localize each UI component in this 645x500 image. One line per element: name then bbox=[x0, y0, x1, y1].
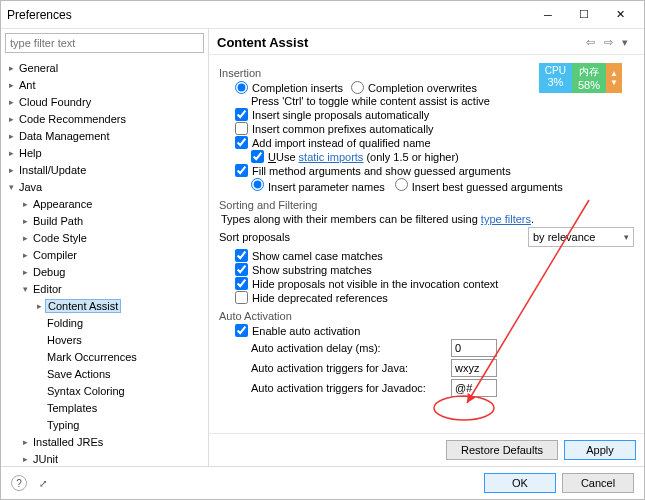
tree-item[interactable]: ▸Cloud Foundry bbox=[5, 93, 204, 110]
titlebar: Preferences ─ ☐ ✕ bbox=[1, 1, 644, 29]
tree-item[interactable]: ▸Help bbox=[5, 144, 204, 161]
hide-deprecated-checkbox[interactable] bbox=[235, 291, 248, 304]
add-import-checkbox[interactable] bbox=[235, 136, 248, 149]
tree-item[interactable]: Hovers bbox=[5, 331, 204, 348]
sort-proposals-select[interactable]: by relevance▾ bbox=[528, 227, 634, 247]
tree-item-label: General bbox=[17, 62, 60, 74]
tree-item[interactable]: ▸General bbox=[5, 59, 204, 76]
delay-input[interactable] bbox=[451, 339, 497, 357]
help-icon[interactable]: ? bbox=[11, 475, 27, 491]
cancel-button[interactable]: Cancel bbox=[562, 473, 634, 493]
tree-item[interactable]: ▾Editor bbox=[5, 280, 204, 297]
static-imports-link[interactable]: static imports bbox=[299, 151, 364, 163]
tree-item[interactable]: ▸Appearance bbox=[5, 195, 204, 212]
apply-button[interactable]: Apply bbox=[564, 440, 636, 460]
tree-item[interactable]: ▸Installed JREs bbox=[5, 433, 204, 450]
completion-overwrites-radio[interactable] bbox=[351, 81, 364, 94]
java-triggers-input[interactable] bbox=[451, 359, 497, 377]
hide-invisible-checkbox[interactable] bbox=[235, 277, 248, 290]
import-export-icon[interactable]: ⤢ bbox=[35, 475, 51, 491]
tree-item[interactable]: ▾Java bbox=[5, 178, 204, 195]
twisty-icon[interactable]: ▸ bbox=[33, 301, 45, 311]
twisty-icon[interactable]: ▾ bbox=[5, 182, 17, 192]
menu-icon[interactable]: ▾ bbox=[622, 36, 636, 50]
tree-item[interactable]: ▸Debug bbox=[5, 263, 204, 280]
javadoc-triggers-label: Auto activation triggers for Javadoc: bbox=[251, 382, 451, 394]
use-static-imports-checkbox[interactable] bbox=[251, 150, 264, 163]
tree-item-label: Code Style bbox=[31, 232, 89, 244]
tree-item-label: Install/Update bbox=[17, 164, 88, 176]
tree-item[interactable]: ▸JUnit bbox=[5, 450, 204, 466]
tree-item-label: Debug bbox=[31, 266, 67, 278]
substring-checkbox[interactable] bbox=[235, 263, 248, 276]
twisty-icon[interactable]: ▸ bbox=[19, 233, 31, 243]
twisty-icon[interactable]: ▾ bbox=[19, 284, 31, 294]
tree-item-label: Templates bbox=[45, 402, 99, 414]
close-button[interactable]: ✕ bbox=[602, 3, 638, 27]
tree-item[interactable]: Syntax Coloring bbox=[5, 382, 204, 399]
tree-item[interactable]: Templates bbox=[5, 399, 204, 416]
back-icon[interactable]: ⇦ bbox=[586, 36, 600, 50]
preferences-tree[interactable]: ▸General▸Ant▸Cloud Foundry▸Code Recommen… bbox=[1, 57, 208, 466]
fill-args-checkbox[interactable] bbox=[235, 164, 248, 177]
tree-item[interactable]: ▸Build Path bbox=[5, 212, 204, 229]
insert-param-names-radio[interactable] bbox=[251, 178, 264, 191]
tree-item[interactable]: Mark Occurrences bbox=[5, 348, 204, 365]
twisty-icon[interactable]: ▸ bbox=[19, 437, 31, 447]
twisty-icon[interactable]: ▸ bbox=[19, 216, 31, 226]
tree-item[interactable]: Typing bbox=[5, 416, 204, 433]
twisty-icon[interactable]: ▸ bbox=[5, 63, 17, 73]
tree-item-label: Content Assist bbox=[45, 299, 121, 313]
hide-invisible-label: Hide proposals not visible in the invoca… bbox=[252, 278, 498, 290]
restore-defaults-button[interactable]: Restore Defaults bbox=[446, 440, 558, 460]
tree-item[interactable]: ▸Ant bbox=[5, 76, 204, 93]
twisty-icon[interactable]: ▸ bbox=[5, 131, 17, 141]
tree-item-label: Hovers bbox=[45, 334, 84, 346]
twisty-icon[interactable]: ▸ bbox=[5, 148, 17, 158]
twisty-icon[interactable]: ▸ bbox=[19, 267, 31, 277]
insert-single-label: Insert single proposals automatically bbox=[252, 109, 429, 121]
tree-item-label: Cloud Foundry bbox=[17, 96, 93, 108]
tree-item-label: Code Recommenders bbox=[17, 113, 128, 125]
twisty-icon[interactable]: ▸ bbox=[5, 165, 17, 175]
camel-case-checkbox[interactable] bbox=[235, 249, 248, 262]
chevron-down-icon: ▾ bbox=[624, 232, 629, 242]
sorting-heading: Sorting and Filtering bbox=[219, 199, 634, 211]
maximize-button[interactable]: ☐ bbox=[566, 3, 602, 27]
tree-item[interactable]: ▸Data Management bbox=[5, 127, 204, 144]
tree-item[interactable]: ▸Code Recommenders bbox=[5, 110, 204, 127]
substring-label: Show substring matches bbox=[252, 264, 372, 276]
forward-icon[interactable]: ⇨ bbox=[604, 36, 618, 50]
twisty-icon[interactable]: ▸ bbox=[5, 114, 17, 124]
tree-item[interactable]: ▸Install/Update bbox=[5, 161, 204, 178]
minimize-button[interactable]: ─ bbox=[530, 3, 566, 27]
type-filters-link[interactable]: type filters bbox=[481, 213, 531, 225]
insert-common-checkbox[interactable] bbox=[235, 122, 248, 135]
twisty-icon[interactable]: ▸ bbox=[5, 97, 17, 107]
tree-item[interactable]: ▸Content Assist bbox=[5, 297, 204, 314]
filter-input[interactable] bbox=[5, 33, 204, 53]
tree-item[interactable]: ▸Code Style bbox=[5, 229, 204, 246]
twisty-icon[interactable]: ▸ bbox=[19, 454, 31, 464]
completion-inserts-radio[interactable] bbox=[235, 81, 248, 94]
camel-case-label: Show camel case matches bbox=[252, 250, 383, 262]
content-area: Insertion Completion inserts Completion … bbox=[209, 55, 644, 433]
javadoc-triggers-input[interactable] bbox=[451, 379, 497, 397]
sidebar: ▸General▸Ant▸Cloud Foundry▸Code Recommen… bbox=[1, 29, 209, 466]
tree-item[interactable]: Save Actions bbox=[5, 365, 204, 382]
twisty-icon[interactable]: ▸ bbox=[19, 199, 31, 209]
auto-activation-heading: Auto Activation bbox=[219, 310, 634, 322]
hide-deprecated-label: Hide deprecated references bbox=[252, 292, 388, 304]
ok-button[interactable]: OK bbox=[484, 473, 556, 493]
tree-item[interactable]: Folding bbox=[5, 314, 204, 331]
insert-single-checkbox[interactable] bbox=[235, 108, 248, 121]
tree-item[interactable]: ▸Compiler bbox=[5, 246, 204, 263]
enable-auto-checkbox[interactable] bbox=[235, 324, 248, 337]
insert-best-guessed-label: Insert best guessed arguments bbox=[412, 181, 563, 193]
twisty-icon[interactable]: ▸ bbox=[19, 250, 31, 260]
twisty-icon[interactable]: ▸ bbox=[5, 80, 17, 90]
insert-best-guessed-radio[interactable] bbox=[395, 178, 408, 191]
delay-label: Auto activation delay (ms): bbox=[251, 342, 451, 354]
preferences-window: Preferences ─ ☐ ✕ ▸General▸Ant▸Cloud Fou… bbox=[0, 0, 645, 500]
tree-item-label: Appearance bbox=[31, 198, 94, 210]
